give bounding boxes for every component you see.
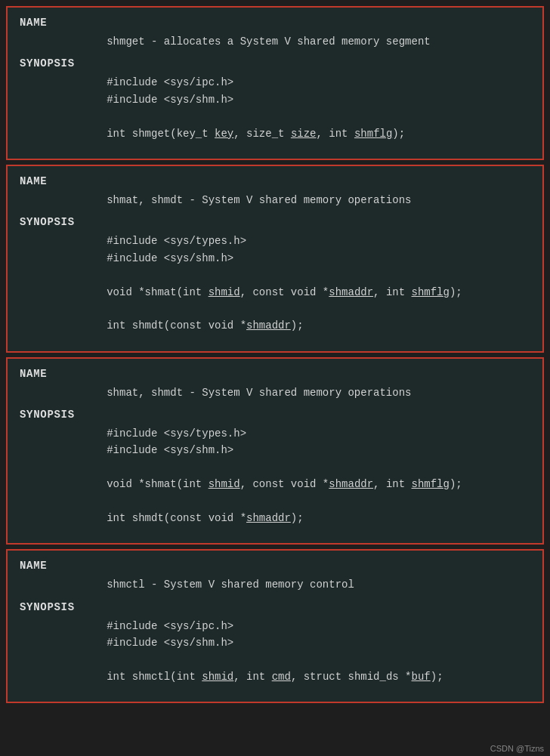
synopsis-content-shmget: #include <sys/ipc.h> #include <sys/shm.h… xyxy=(20,74,530,142)
synopsis-label-shmget: SYNOPSIS xyxy=(20,57,530,69)
watermark: CSDN @Tizns xyxy=(490,744,544,753)
synopsis-label-shmat-1: SYNOPSIS xyxy=(20,216,530,228)
name-content-shmctl: shmctl - System V shared memory control xyxy=(20,576,530,593)
synopsis-content-shmctl: #include <sys/ipc.h> #include <sys/shm.h… xyxy=(20,618,530,686)
name-content-shmget: shmget - allocates a System V shared mem… xyxy=(20,33,530,50)
synopsis-content-shmat-2: #include <sys/types.h> #include <sys/shm… xyxy=(20,425,530,526)
synopsis-content-shmat-1: #include <sys/types.h> #include <sys/shm… xyxy=(20,233,530,334)
man-page-shmat-1: NAME shmat, shmdt - System V shared memo… xyxy=(6,165,544,353)
name-label-shmat-1: NAME xyxy=(20,175,530,187)
synopsis-label-shmat-2: SYNOPSIS xyxy=(20,409,530,421)
name-label-shmctl: NAME xyxy=(20,560,530,572)
name-content-shmat-1: shmat, shmdt - System V shared memory op… xyxy=(20,192,530,208)
synopsis-label-shmctl: SYNOPSIS xyxy=(20,601,530,613)
man-page-shmctl: NAME shmctl - System V shared memory con… xyxy=(6,549,544,703)
man-page-shmget: NAME shmget - allocates a System V share… xyxy=(6,6,544,160)
name-label-shmat-2: NAME xyxy=(20,368,530,380)
name-content-shmat-2: shmat, shmdt - System V shared memory op… xyxy=(20,384,530,401)
man-page-shmat-2: NAME shmat, shmdt - System V shared memo… xyxy=(6,357,544,545)
name-label-shmget: NAME xyxy=(20,17,530,29)
